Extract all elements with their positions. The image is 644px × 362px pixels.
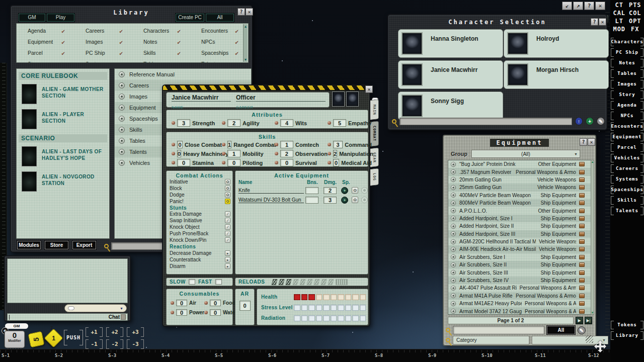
scrollbar[interactable]: ▲▼ — [243, 24, 248, 62]
attribute-value[interactable]: 4 — [280, 119, 293, 127]
weapon-name-link[interactable]: Watatsumi DV-303 Bolt Gun — [238, 197, 304, 203]
module-entry[interactable]: ALIEN - NOVGOROD STATION — [17, 168, 109, 194]
plus-modifier-button[interactable]: +2 — [106, 327, 123, 337]
play-mode-button[interactable]: Play — [47, 14, 74, 22]
plus-modifier-button[interactable]: +3 — [127, 327, 144, 337]
action-roll-icon[interactable] — [225, 218, 230, 223]
damage-roll-icon[interactable] — [352, 197, 358, 203]
skill-value[interactable]: 0 — [177, 159, 190, 166]
sidebar-item[interactable]: Equipment — [610, 132, 644, 142]
maximize[interactable]: ↗ — [573, 2, 583, 10]
character-card[interactable]: Janice Macwhirr — [398, 60, 503, 89]
equipment-list-row[interactable]: "Bug Juice" Protein Drink Other Equipmen… — [448, 160, 593, 168]
reload-ammo-icon[interactable] — [286, 279, 292, 285]
roll-dot-icon[interactable] — [222, 161, 225, 164]
consumable-value[interactable]: 0 — [210, 309, 221, 316]
checkbox-checked-icon[interactable] — [235, 48, 239, 57]
combat-action-row[interactable]: Initiative — [167, 178, 232, 185]
open-record-book-icon[interactable] — [579, 170, 585, 174]
close[interactable]: ✕ — [595, 2, 605, 10]
library-footer-button[interactable]: Modules — [17, 241, 41, 249]
open-record-book-icon[interactable] — [579, 294, 585, 298]
open-record-book-icon[interactable] — [579, 224, 585, 228]
open-record-book-icon[interactable] — [579, 216, 585, 221]
health-box[interactable] — [338, 294, 344, 300]
sidebar-shortcut-button[interactable]: CAL — [611, 10, 627, 17]
module-toggle[interactable]: Equipment — [17, 36, 74, 47]
skill-value[interactable]: 1 — [227, 141, 231, 148]
roll-dot-icon[interactable] — [172, 121, 175, 125]
module-toggle[interactable]: Notes — [132, 36, 190, 47]
equipment-list-row[interactable]: 25mm Gatling Gun Vehicle Weapons — [448, 184, 593, 191]
attribute-value[interactable]: 3 — [177, 119, 190, 127]
module-toggle[interactable]: NPCs — [190, 36, 248, 47]
consumable-value[interactable]: 0 — [176, 300, 187, 306]
reload-ammo-icon[interactable] — [293, 279, 299, 285]
minus-modifier-button[interactable]: -1 — [86, 339, 103, 349]
equipment-list-row[interactable]: AIM-90E Headlock Air-to-Air Missile Laun… — [448, 245, 593, 253]
edit-list-button[interactable]: ✎ — [578, 326, 586, 334]
combat-action-row[interactable]: Reactions — [167, 243, 232, 250]
module-toggle[interactable]: Agenda — [17, 25, 74, 36]
chat-send-label[interactable]: Chat — [109, 314, 126, 320]
attack-roll-icon[interactable] — [341, 187, 348, 194]
restore[interactable]: ↙ — [562, 2, 572, 10]
scrollbar[interactable]: ▲▼ — [591, 160, 594, 315]
roll-dot-icon[interactable] — [171, 301, 174, 305]
scroll-up-icon[interactable]: ▲ — [244, 25, 248, 28]
attribute-stat[interactable]: 3 Strength — [172, 119, 222, 127]
radiation-box[interactable] — [331, 315, 337, 321]
open-record-book-icon[interactable] — [579, 209, 585, 213]
action-roll-icon[interactable] — [225, 231, 230, 236]
skill-stat[interactable]: 3 Command — [328, 141, 372, 148]
open-record-book-icon[interactable] — [579, 162, 585, 166]
consumable-stat[interactable]: 0 Water — [204, 309, 236, 316]
minus-modifier-button[interactable]: -3 — [127, 339, 144, 349]
next-page-button[interactable]: ▶ — [576, 317, 583, 324]
scroll-up-icon[interactable]: ▲ — [591, 160, 594, 163]
roll-dot-icon[interactable] — [222, 121, 225, 125]
combat-action-row[interactable]: Knock Object — [167, 224, 232, 230]
equipment-list-row[interactable]: Added Hardpoint, Size II Ship Equipment — [448, 222, 593, 230]
open-record-book-icon[interactable] — [579, 239, 585, 244]
open-record-book-icon[interactable] — [579, 309, 585, 314]
filter-all-button[interactable]: All — [547, 326, 575, 334]
reload-ammo-icon[interactable] — [307, 279, 313, 285]
checkbox-checked-icon[interactable] — [235, 37, 239, 46]
skill-stat[interactable]: 0 Medical Aid — [328, 159, 372, 166]
attribute-stat[interactable]: 5 Empathy — [328, 119, 372, 127]
health-box[interactable] — [360, 294, 366, 300]
stress-box[interactable] — [331, 305, 337, 311]
gm-identity-badge[interactable]: GM — [5, 323, 28, 329]
chat-mode-dropdown[interactable]: ▼ — [64, 304, 127, 312]
module-toggle[interactable]: Tables — [132, 58, 190, 63]
sidebar-shortcut-button[interactable]: OPT — [627, 18, 643, 25]
sidebar-item[interactable]: Notes — [610, 58, 644, 68]
module-entry[interactable]: ALIEN - LAST DAYS OF HADLEY'S HOPE — [17, 143, 109, 168]
active-equipment-row[interactable]: Watatsumi DV-303 Bolt Gun 3 — [235, 196, 368, 206]
weapon-damage-value[interactable]: 2 — [324, 187, 337, 194]
checkbox-checked-icon[interactable] — [61, 59, 65, 63]
stress-box[interactable] — [323, 305, 330, 311]
checkbox-checked-icon[interactable] — [177, 48, 181, 57]
checkbox-checked-icon[interactable] — [119, 26, 123, 35]
sidebar-item[interactable]: Parcel — [610, 142, 644, 153]
slow-checkbox[interactable] — [189, 279, 195, 285]
equipment-list-row[interactable]: 800MeV Particle Beam Weapon Ship Equipme… — [448, 199, 593, 207]
sidebar-item[interactable]: Systems — [610, 174, 644, 185]
damage-roll-icon[interactable] — [352, 187, 358, 194]
equipment-list-row[interactable]: AGM-220C Hellhound II Tactical Missile L… — [448, 238, 593, 245]
gm-mode-button[interactable]: GM — [19, 14, 45, 22]
skill-value[interactable]: 0 — [280, 159, 293, 166]
stress-box[interactable] — [316, 305, 323, 311]
skill-value[interactable]: 0 — [177, 141, 183, 148]
action-roll-icon[interactable] — [225, 192, 230, 198]
skill-value[interactable]: 2 — [280, 150, 293, 157]
character-search-input[interactable] — [399, 118, 572, 125]
sidebar-item[interactable]: Encounters — [610, 121, 644, 132]
minus-modifier-button[interactable]: -2 — [106, 339, 123, 349]
action-roll-icon[interactable] — [225, 263, 230, 269]
edit-list-button[interactable]: ✎ — [597, 117, 605, 125]
consumable-value[interactable]: 0 — [176, 309, 187, 316]
roll-dot-icon[interactable] — [328, 121, 331, 125]
